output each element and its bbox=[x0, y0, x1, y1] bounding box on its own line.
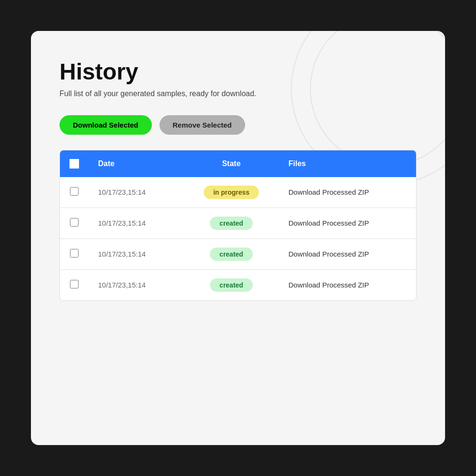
table-row: 10/17/23,15:14 created Download Processe… bbox=[60, 208, 416, 238]
table-row: 10/17/23,15:14 in progress Download Proc… bbox=[60, 177, 416, 208]
state-column-header: State bbox=[184, 150, 279, 177]
row-date-3: 10/17/23,15:14 bbox=[89, 238, 184, 269]
row-checkbox-cell[interactable] bbox=[60, 177, 89, 208]
row-checkbox-cell[interactable] bbox=[60, 208, 89, 238]
table-row: 10/17/23,15:14 created Download Processe… bbox=[60, 269, 416, 300]
table-body: 10/17/23,15:14 in progress Download Proc… bbox=[60, 177, 416, 300]
row-state-3: created bbox=[184, 238, 279, 269]
files-column-header: Files bbox=[279, 150, 416, 177]
row-checkbox-3[interactable] bbox=[70, 249, 79, 258]
row-checkbox-2[interactable] bbox=[70, 218, 79, 227]
page-title: History bbox=[60, 60, 416, 85]
row-state-1: in progress bbox=[184, 177, 279, 208]
main-card: History Full list of all your generated … bbox=[31, 31, 445, 445]
download-zip-link-2[interactable]: Download Processed ZIP bbox=[288, 219, 369, 227]
history-table: Date State Files 10/17/23,15:14 in progr… bbox=[60, 150, 416, 300]
row-date-4: 10/17/23,15:14 bbox=[89, 269, 184, 300]
row-files-3[interactable]: Download Processed ZIP bbox=[279, 238, 416, 269]
state-badge-3: created bbox=[210, 248, 253, 261]
row-state-4: created bbox=[184, 269, 279, 300]
state-badge-1: in progress bbox=[204, 186, 259, 199]
remove-selected-button[interactable]: Remove Selected bbox=[159, 115, 245, 135]
download-selected-button[interactable]: Download Selected bbox=[60, 115, 152, 135]
row-files-2[interactable]: Download Processed ZIP bbox=[279, 208, 416, 238]
download-zip-link-4[interactable]: Download Processed ZIP bbox=[288, 281, 369, 289]
select-all-checkbox[interactable] bbox=[69, 159, 79, 169]
row-checkbox-cell[interactable] bbox=[60, 238, 89, 269]
state-badge-2: created bbox=[210, 217, 253, 230]
row-state-2: created bbox=[184, 208, 279, 238]
download-zip-link-1[interactable]: Download Processed ZIP bbox=[288, 188, 369, 196]
row-checkbox-1[interactable] bbox=[70, 187, 79, 196]
row-date-1: 10/17/23,15:14 bbox=[89, 177, 184, 208]
select-all-header[interactable] bbox=[60, 150, 89, 177]
table-header-row: Date State Files bbox=[60, 150, 416, 177]
row-checkbox-cell[interactable] bbox=[60, 269, 89, 300]
date-column-header: Date bbox=[89, 150, 184, 177]
row-date-2: 10/17/23,15:14 bbox=[89, 208, 184, 238]
row-files-4[interactable]: Download Processed ZIP bbox=[279, 269, 416, 300]
history-table-wrapper: Date State Files 10/17/23,15:14 in progr… bbox=[60, 150, 416, 301]
state-badge-4: created bbox=[210, 278, 253, 292]
action-buttons: Download Selected Remove Selected bbox=[60, 115, 416, 135]
row-checkbox-4[interactable] bbox=[70, 280, 79, 288]
page-subtitle: Full list of all your generated samples,… bbox=[60, 89, 416, 98]
table-row: 10/17/23,15:14 created Download Processe… bbox=[60, 238, 416, 269]
download-zip-link-3[interactable]: Download Processed ZIP bbox=[288, 250, 369, 258]
row-files-1[interactable]: Download Processed ZIP bbox=[279, 177, 416, 208]
